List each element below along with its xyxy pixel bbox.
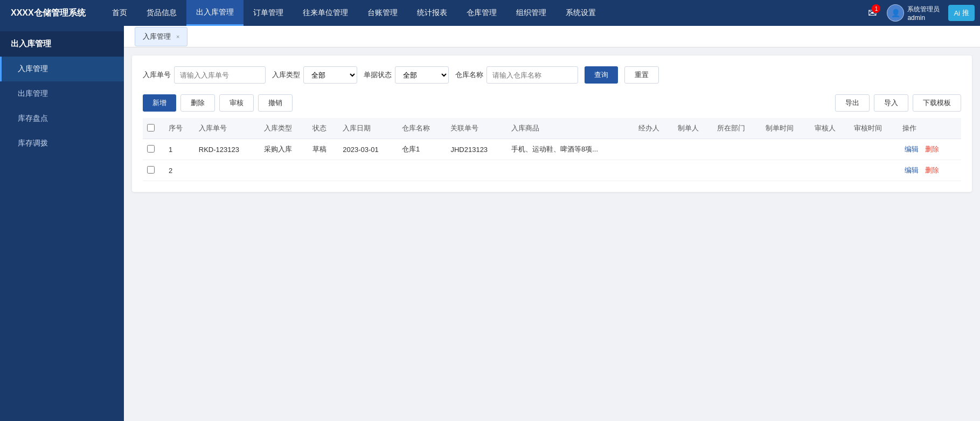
search-form: 入库单号 入库类型 全部 采购入库 退货入库 调拨入库 单据状态 全部: [143, 66, 961, 84]
col-type: 入库类型: [260, 118, 308, 139]
status-field: 单据状态 全部 草稿 已审核 已撤销: [364, 66, 449, 84]
cell-auditor: [810, 160, 850, 181]
sidebar: 出入库管理 入库管理 出库管理 库存盘点 库存调拨: [0, 26, 124, 421]
col-auditor: 审核人: [810, 118, 850, 139]
cell-creator: [673, 160, 713, 181]
sidebar-item-inventory[interactable]: 库存盘点: [0, 106, 124, 131]
avatar: 👤: [887, 4, 904, 22]
status-select[interactable]: 全部 草稿 已审核 已撤销: [395, 66, 449, 84]
col-warehouse-name: 仓库名称: [398, 118, 446, 139]
notification-badge: 1: [872, 4, 880, 13]
col-goods: 入库商品: [507, 118, 634, 139]
nav-item-settings[interactable]: 系统设置: [556, 0, 606, 26]
cell-handler: [634, 139, 673, 160]
nav-item-home[interactable]: 首页: [102, 0, 137, 26]
tab-bar: 入库管理 ×: [124, 26, 980, 47]
row-checkbox-0[interactable]: [147, 145, 155, 153]
status-label: 单据状态: [364, 70, 392, 80]
cell-action: 编辑 删除: [898, 160, 961, 181]
toolbar-right: 导出 导入 下载模板: [835, 94, 961, 112]
notification-button[interactable]: ✉ 1: [864, 4, 881, 22]
avatar-icon: 👤: [891, 9, 900, 17]
tab-close-icon[interactable]: ×: [176, 33, 179, 40]
user-label: 系统管理员: [907, 5, 940, 14]
nav-item-org[interactable]: 组织管理: [506, 0, 556, 26]
nav-item-goods[interactable]: 货品信息: [137, 0, 186, 26]
sidebar-section-title: 出入库管理: [0, 31, 124, 57]
warehouse-no-input[interactable]: [174, 66, 266, 84]
import-button[interactable]: 导入: [874, 94, 908, 112]
tab-inbound-management[interactable]: 入库管理 ×: [135, 27, 187, 46]
user-sub: admin: [907, 14, 940, 22]
nav-item-partner[interactable]: 往来单位管理: [293, 0, 358, 26]
cell-related-no: JHD213123: [446, 139, 507, 160]
cell-date: [338, 160, 398, 181]
nav-item-report[interactable]: 统计报表: [407, 0, 457, 26]
cell-dept: [713, 139, 761, 160]
query-button[interactable]: 查询: [585, 66, 618, 84]
cell-related-no: [446, 160, 507, 181]
edit-button-1[interactable]: 编辑: [902, 165, 921, 175]
ai-icon: Ai: [954, 9, 960, 17]
table-body: 1 RKD-123123 采购入库 草稿 2023-03-01 仓库1 JHD2…: [143, 139, 961, 181]
top-navbar: XXXX仓储管理系统 首页 货品信息 出入库管理 订单管理 往来单位管理 台账管…: [0, 0, 980, 26]
cell-goods: 手机、运动鞋、啤酒等8项...: [507, 139, 634, 160]
ai-button[interactable]: Ai 推: [948, 5, 975, 21]
select-all-checkbox[interactable]: [147, 124, 155, 132]
cell-seq: 1: [164, 139, 194, 160]
warehouse-name-input[interactable]: [486, 66, 578, 84]
col-seq: 序号: [164, 118, 194, 139]
sidebar-item-outbound[interactable]: 出库管理: [0, 81, 124, 106]
nav-item-inout[interactable]: 出入库管理: [186, 0, 244, 26]
cell-auditor: [810, 139, 850, 160]
cell-warehouse-name: 仓库1: [398, 139, 446, 160]
reset-button[interactable]: 重置: [624, 66, 659, 84]
cell-goods: [507, 160, 634, 181]
cell-dept: [713, 160, 761, 181]
cell-warehouse-no: [194, 160, 260, 181]
sidebar-item-inbound[interactable]: 入库管理: [0, 57, 124, 81]
delete-btn-0[interactable]: 删除: [923, 144, 941, 154]
cell-handler: [634, 160, 673, 181]
main-nav: 首页 货品信息 出入库管理 订单管理 往来单位管理 台账管理 统计报表 仓库管理…: [102, 0, 864, 26]
user-name-block: 系统管理员 admin: [907, 5, 940, 22]
audit-button[interactable]: 审核: [219, 94, 254, 112]
table-row: 1 RKD-123123 采购入库 草稿 2023-03-01 仓库1 JHD2…: [143, 139, 961, 160]
warehouse-no-field: 入库单号: [143, 66, 266, 84]
col-related-no: 关联单号: [446, 118, 507, 139]
type-label: 入库类型: [272, 70, 300, 80]
main-layout: 出入库管理 入库管理 出库管理 库存盘点 库存调拨 入库管理 × 入库单号 入库…: [0, 26, 980, 421]
content-panel: 入库单号 入库类型 全部 采购入库 退货入库 调拨入库 单据状态 全部: [132, 56, 972, 192]
cancel-button[interactable]: 撤销: [258, 94, 293, 112]
nav-item-warehouse[interactable]: 仓库管理: [457, 0, 506, 26]
table-header: 序号 入库单号 入库类型 状态 入库日期 仓库名称 关联单号 入库商品 经办人 …: [143, 118, 961, 139]
toolbar: 新增 删除 审核 撤销 导出 导入 下载模板: [143, 94, 961, 112]
col-create-time: 制单时间: [761, 118, 810, 139]
user-info[interactable]: 👤 系统管理员 admin: [887, 4, 940, 22]
cell-status: [308, 160, 338, 181]
delete-button[interactable]: 删除: [180, 94, 215, 112]
cell-status: 草稿: [308, 139, 338, 160]
cell-checkbox: [143, 139, 164, 160]
nav-item-order[interactable]: 订单管理: [244, 0, 293, 26]
cell-seq: 2: [164, 160, 194, 181]
col-action: 操作: [898, 118, 961, 139]
warehouse-name-label: 仓库名称: [455, 70, 483, 80]
cell-audit-time: [850, 160, 898, 181]
type-select[interactable]: 全部 采购入库 退货入库 调拨入库: [303, 66, 357, 84]
nav-item-ledger[interactable]: 台账管理: [358, 0, 407, 26]
cell-date: 2023-03-01: [338, 139, 398, 160]
template-button[interactable]: 下载模板: [913, 94, 961, 112]
table-row: 2 编辑 删除: [143, 160, 961, 181]
cell-create-time: [761, 160, 810, 181]
export-button[interactable]: 导出: [835, 94, 870, 112]
col-dept: 所在部门: [713, 118, 761, 139]
warehouse-no-label: 入库单号: [143, 70, 171, 80]
cell-warehouse-no: RKD-123123: [194, 139, 260, 160]
edit-button-0[interactable]: 编辑: [902, 144, 921, 154]
sidebar-item-transfer[interactable]: 库存调拨: [0, 131, 124, 156]
cell-type: [260, 160, 308, 181]
row-checkbox-1[interactable]: [147, 166, 155, 174]
delete-btn-1[interactable]: 删除: [923, 165, 941, 175]
add-button[interactable]: 新增: [143, 94, 176, 112]
